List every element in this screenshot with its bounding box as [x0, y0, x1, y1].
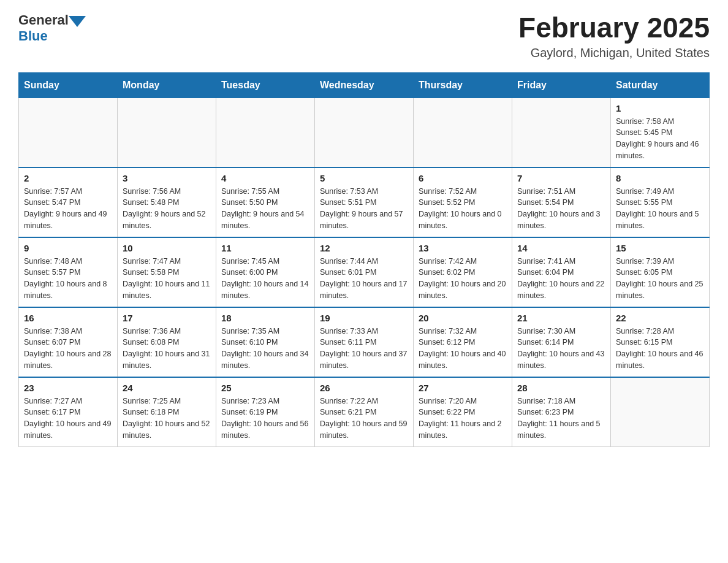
logo: General Blue [18, 12, 86, 44]
calendar-cell: 25Sunrise: 7:23 AMSunset: 6:19 PMDayligh… [216, 377, 315, 447]
logo-text-group: General Blue [18, 12, 86, 44]
day-number: 11 [221, 243, 309, 253]
calendar-header-row: SundayMondayTuesdayWednesdayThursdayFrid… [19, 73, 710, 98]
day-number: 3 [123, 173, 211, 183]
day-info: Sunrise: 7:45 AMSunset: 6:00 PMDaylight:… [221, 256, 309, 302]
calendar-cell: 10Sunrise: 7:47 AMSunset: 5:58 PMDayligh… [118, 237, 216, 307]
day-number: 14 [517, 243, 605, 253]
day-info: Sunrise: 7:18 AMSunset: 6:23 PMDaylight:… [517, 396, 605, 442]
calendar-cell: 19Sunrise: 7:33 AMSunset: 6:11 PMDayligh… [315, 307, 414, 377]
calendar-cell: 16Sunrise: 7:38 AMSunset: 6:07 PMDayligh… [19, 307, 118, 377]
week-row-2: 2Sunrise: 7:57 AMSunset: 5:47 PMDaylight… [19, 167, 710, 237]
day-info: Sunrise: 7:33 AMSunset: 6:11 PMDaylight:… [320, 326, 408, 372]
day-info: Sunrise: 7:30 AMSunset: 6:14 PMDaylight:… [517, 326, 605, 372]
calendar-cell: 21Sunrise: 7:30 AMSunset: 6:14 PMDayligh… [512, 307, 611, 377]
title-section: February 2025 Gaylord, Michigan, United … [518, 12, 710, 60]
day-number: 5 [320, 173, 408, 183]
header-wednesday: Wednesday [315, 73, 414, 98]
day-info: Sunrise: 7:53 AMSunset: 5:51 PMDaylight:… [320, 186, 408, 232]
header-tuesday: Tuesday [216, 73, 315, 98]
day-number: 26 [320, 383, 408, 393]
day-info: Sunrise: 7:51 AMSunset: 5:54 PMDaylight:… [517, 186, 605, 232]
calendar-cell: 27Sunrise: 7:20 AMSunset: 6:22 PMDayligh… [414, 377, 512, 447]
day-number: 22 [616, 313, 704, 323]
day-number: 9 [24, 243, 112, 253]
day-number: 25 [221, 383, 309, 393]
day-info: Sunrise: 7:27 AMSunset: 6:17 PMDaylight:… [24, 396, 112, 442]
day-info: Sunrise: 7:22 AMSunset: 6:21 PMDaylight:… [320, 396, 408, 442]
day-number: 8 [616, 173, 704, 183]
calendar-cell: 6Sunrise: 7:52 AMSunset: 5:52 PMDaylight… [414, 167, 512, 237]
day-info: Sunrise: 7:44 AMSunset: 6:01 PMDaylight:… [320, 256, 408, 302]
calendar-cell: 3Sunrise: 7:56 AMSunset: 5:48 PMDaylight… [118, 167, 216, 237]
day-info: Sunrise: 7:25 AMSunset: 6:18 PMDaylight:… [123, 396, 211, 442]
day-info: Sunrise: 7:47 AMSunset: 5:58 PMDaylight:… [123, 256, 211, 302]
day-info: Sunrise: 7:20 AMSunset: 6:22 PMDaylight:… [419, 396, 507, 442]
calendar-cell: 26Sunrise: 7:22 AMSunset: 6:21 PMDayligh… [315, 377, 414, 447]
day-number: 28 [517, 383, 605, 393]
calendar-cell [414, 98, 512, 167]
calendar-cell: 23Sunrise: 7:27 AMSunset: 6:17 PMDayligh… [19, 377, 118, 447]
calendar-cell [118, 98, 216, 167]
day-info: Sunrise: 7:48 AMSunset: 5:57 PMDaylight:… [24, 256, 112, 302]
calendar-cell: 8Sunrise: 7:49 AMSunset: 5:55 PMDaylight… [611, 167, 710, 237]
calendar-cell: 28Sunrise: 7:18 AMSunset: 6:23 PMDayligh… [512, 377, 611, 447]
header-friday: Friday [512, 73, 611, 98]
day-number: 18 [221, 313, 309, 323]
logo-arrow-icon [69, 16, 86, 27]
day-info: Sunrise: 7:56 AMSunset: 5:48 PMDaylight:… [123, 186, 211, 232]
calendar-cell: 7Sunrise: 7:51 AMSunset: 5:54 PMDaylight… [512, 167, 611, 237]
header-saturday: Saturday [611, 73, 710, 98]
day-number: 23 [24, 383, 112, 393]
calendar-table: SundayMondayTuesdayWednesdayThursdayFrid… [18, 72, 710, 447]
calendar-cell [611, 377, 710, 447]
day-number: 2 [24, 173, 112, 183]
day-info: Sunrise: 7:42 AMSunset: 6:02 PMDaylight:… [419, 256, 507, 302]
day-number: 6 [419, 173, 507, 183]
calendar-cell [315, 98, 414, 167]
calendar-subtitle: Gaylord, Michigan, United States [518, 46, 710, 60]
day-info: Sunrise: 7:36 AMSunset: 6:08 PMDaylight:… [123, 326, 211, 372]
day-info: Sunrise: 7:52 AMSunset: 5:52 PMDaylight:… [419, 186, 507, 232]
calendar-cell: 9Sunrise: 7:48 AMSunset: 5:57 PMDaylight… [19, 237, 118, 307]
calendar-cell [512, 98, 611, 167]
day-info: Sunrise: 7:57 AMSunset: 5:47 PMDaylight:… [24, 186, 112, 232]
header-thursday: Thursday [414, 73, 512, 98]
page-header: General Blue February 2025 Gaylord, Mich… [18, 12, 710, 60]
calendar-cell: 5Sunrise: 7:53 AMSunset: 5:51 PMDaylight… [315, 167, 414, 237]
header-monday: Monday [118, 73, 216, 98]
logo-blue-text: Blue [18, 28, 86, 44]
day-number: 21 [517, 313, 605, 323]
calendar-cell: 13Sunrise: 7:42 AMSunset: 6:02 PMDayligh… [414, 237, 512, 307]
week-row-1: 1Sunrise: 7:58 AMSunset: 5:45 PMDaylight… [19, 98, 710, 167]
day-info: Sunrise: 7:28 AMSunset: 6:15 PMDaylight:… [616, 326, 704, 372]
calendar-cell: 22Sunrise: 7:28 AMSunset: 6:15 PMDayligh… [611, 307, 710, 377]
header-sunday: Sunday [19, 73, 118, 98]
calendar-cell: 12Sunrise: 7:44 AMSunset: 6:01 PMDayligh… [315, 237, 414, 307]
calendar-cell: 15Sunrise: 7:39 AMSunset: 6:05 PMDayligh… [611, 237, 710, 307]
day-number: 1 [616, 103, 704, 113]
calendar-cell: 24Sunrise: 7:25 AMSunset: 6:18 PMDayligh… [118, 377, 216, 447]
calendar-title: February 2025 [518, 12, 710, 44]
day-info: Sunrise: 7:49 AMSunset: 5:55 PMDaylight:… [616, 186, 704, 232]
calendar-cell: 14Sunrise: 7:41 AMSunset: 6:04 PMDayligh… [512, 237, 611, 307]
calendar-cell: 11Sunrise: 7:45 AMSunset: 6:00 PMDayligh… [216, 237, 315, 307]
logo-general-text: General [18, 12, 69, 28]
day-number: 24 [123, 383, 211, 393]
calendar-cell [19, 98, 118, 167]
day-info: Sunrise: 7:58 AMSunset: 5:45 PMDaylight:… [616, 116, 704, 162]
day-number: 10 [123, 243, 211, 253]
calendar-cell: 20Sunrise: 7:32 AMSunset: 6:12 PMDayligh… [414, 307, 512, 377]
week-row-5: 23Sunrise: 7:27 AMSunset: 6:17 PMDayligh… [19, 377, 710, 447]
day-number: 19 [320, 313, 408, 323]
day-number: 13 [419, 243, 507, 253]
day-number: 16 [24, 313, 112, 323]
day-info: Sunrise: 7:23 AMSunset: 6:19 PMDaylight:… [221, 396, 309, 442]
day-info: Sunrise: 7:55 AMSunset: 5:50 PMDaylight:… [221, 186, 309, 232]
day-info: Sunrise: 7:41 AMSunset: 6:04 PMDaylight:… [517, 256, 605, 302]
calendar-cell: 2Sunrise: 7:57 AMSunset: 5:47 PMDaylight… [19, 167, 118, 237]
calendar-cell: 18Sunrise: 7:35 AMSunset: 6:10 PMDayligh… [216, 307, 315, 377]
day-number: 12 [320, 243, 408, 253]
week-row-4: 16Sunrise: 7:38 AMSunset: 6:07 PMDayligh… [19, 307, 710, 377]
day-number: 17 [123, 313, 211, 323]
